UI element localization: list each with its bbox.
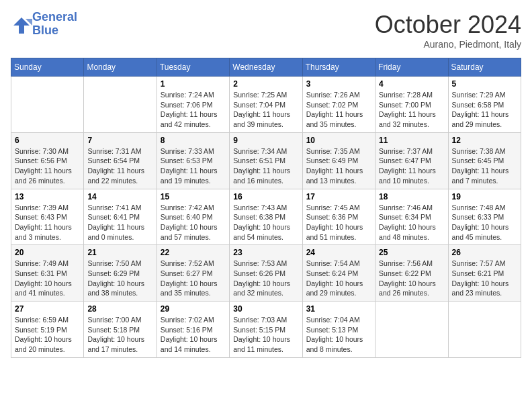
calendar-week-3: 13Sunrise: 7:39 AM Sunset: 6:43 PM Dayli…	[11, 189, 521, 245]
calendar-cell: 4Sunrise: 7:28 AM Sunset: 7:00 PM Daylig…	[375, 77, 448, 133]
calendar-table: SundayMondayTuesdayWednesdayThursdayFrid…	[11, 58, 521, 358]
calendar-cell: 28Sunrise: 7:00 AM Sunset: 5:18 PM Dayli…	[84, 302, 157, 358]
day-number: 27	[15, 304, 80, 314]
day-number: 18	[379, 192, 444, 201]
logo: General Blue	[11, 11, 77, 38]
calendar-cell	[448, 302, 521, 358]
calendar-week-2: 6Sunrise: 7:30 AM Sunset: 6:56 PM Daylig…	[11, 132, 521, 189]
day-info: Sunrise: 7:46 AM Sunset: 6:34 PM Dayligh…	[379, 203, 444, 242]
day-info: Sunrise: 7:33 AM Sunset: 6:53 PM Dayligh…	[161, 146, 226, 186]
calendar-cell: 20Sunrise: 7:49 AM Sunset: 6:31 PM Dayli…	[11, 245, 84, 302]
calendar-cell: 9Sunrise: 7:34 AM Sunset: 6:51 PM Daylig…	[230, 132, 302, 189]
day-number: 10	[306, 136, 371, 145]
day-number: 2	[233, 79, 298, 89]
day-info: Sunrise: 7:35 AM Sunset: 6:49 PM Dayligh…	[306, 146, 371, 186]
day-number: 11	[379, 136, 444, 145]
day-info: Sunrise: 7:02 AM Sunset: 5:16 PM Dayligh…	[161, 315, 226, 355]
day-info: Sunrise: 7:04 AM Sunset: 5:13 PM Dayligh…	[306, 315, 371, 355]
calendar-cell: 13Sunrise: 7:39 AM Sunset: 6:43 PM Dayli…	[11, 189, 84, 245]
day-number: 14	[87, 192, 152, 201]
day-info: Sunrise: 7:53 AM Sunset: 6:26 PM Dayligh…	[233, 259, 298, 298]
day-number: 23	[233, 248, 298, 257]
day-number: 15	[161, 192, 226, 201]
day-info: Sunrise: 7:25 AM Sunset: 7:04 PM Dayligh…	[233, 90, 298, 130]
day-info: Sunrise: 7:49 AM Sunset: 6:31 PM Dayligh…	[15, 259, 80, 298]
header-tuesday: Tuesday	[157, 58, 229, 77]
day-number: 5	[452, 79, 517, 89]
day-info: Sunrise: 7:50 AM Sunset: 6:29 PM Dayligh…	[87, 259, 152, 298]
day-info: Sunrise: 7:37 AM Sunset: 6:47 PM Dayligh…	[379, 146, 444, 186]
day-number: 8	[161, 136, 226, 145]
calendar-cell	[375, 302, 448, 358]
header-sunday: Sunday	[11, 58, 84, 77]
calendar-week-1: 1Sunrise: 7:24 AM Sunset: 7:06 PM Daylig…	[11, 77, 521, 133]
calendar-cell: 6Sunrise: 7:30 AM Sunset: 6:56 PM Daylig…	[11, 132, 84, 189]
calendar-cell: 26Sunrise: 7:57 AM Sunset: 6:21 PM Dayli…	[448, 245, 521, 302]
calendar-week-4: 20Sunrise: 7:49 AM Sunset: 6:31 PM Dayli…	[11, 245, 521, 302]
calendar-cell: 12Sunrise: 7:38 AM Sunset: 6:45 PM Dayli…	[448, 132, 521, 189]
day-number: 31	[306, 304, 371, 314]
calendar-cell	[84, 77, 157, 133]
calendar-cell: 22Sunrise: 7:52 AM Sunset: 6:27 PM Dayli…	[157, 245, 229, 302]
day-number: 16	[233, 192, 298, 201]
calendar-cell: 18Sunrise: 7:46 AM Sunset: 6:34 PM Dayli…	[375, 189, 448, 245]
day-number: 4	[379, 79, 444, 89]
day-info: Sunrise: 7:43 AM Sunset: 6:38 PM Dayligh…	[233, 203, 298, 242]
day-number: 13	[15, 192, 80, 201]
calendar-cell: 21Sunrise: 7:50 AM Sunset: 6:29 PM Dayli…	[84, 245, 157, 302]
calendar-cell: 11Sunrise: 7:37 AM Sunset: 6:47 PM Dayli…	[375, 132, 448, 189]
calendar-cell	[11, 77, 84, 133]
day-number: 20	[15, 248, 80, 257]
day-info: Sunrise: 7:54 AM Sunset: 6:24 PM Dayligh…	[306, 259, 371, 298]
logo-icon	[11, 15, 30, 34]
page-header: General Blue October 2024 Aurano, Piedmo…	[11, 11, 521, 50]
day-number: 1	[161, 79, 226, 89]
calendar-week-5: 27Sunrise: 6:59 AM Sunset: 5:19 PM Dayli…	[11, 302, 521, 358]
calendar-cell: 7Sunrise: 7:31 AM Sunset: 6:54 PM Daylig…	[84, 132, 157, 189]
location: Aurano, Piedmont, Italy	[375, 39, 521, 50]
calendar-header-row: SundayMondayTuesdayWednesdayThursdayFrid…	[11, 58, 521, 77]
day-number: 26	[452, 248, 517, 257]
calendar-cell: 1Sunrise: 7:24 AM Sunset: 7:06 PM Daylig…	[157, 77, 229, 133]
calendar-cell: 27Sunrise: 6:59 AM Sunset: 5:19 PM Dayli…	[11, 302, 84, 358]
day-number: 25	[379, 248, 444, 257]
day-info: Sunrise: 7:03 AM Sunset: 5:15 PM Dayligh…	[233, 315, 298, 355]
day-info: Sunrise: 7:31 AM Sunset: 6:54 PM Dayligh…	[87, 146, 152, 186]
day-info: Sunrise: 7:26 AM Sunset: 7:02 PM Dayligh…	[306, 90, 371, 130]
calendar-cell: 31Sunrise: 7:04 AM Sunset: 5:13 PM Dayli…	[302, 302, 375, 358]
logo-general: General	[32, 10, 77, 24]
day-number: 7	[87, 136, 152, 145]
day-info: Sunrise: 7:41 AM Sunset: 6:41 PM Dayligh…	[87, 203, 152, 242]
day-info: Sunrise: 7:57 AM Sunset: 6:21 PM Dayligh…	[452, 259, 517, 298]
calendar-cell: 17Sunrise: 7:45 AM Sunset: 6:36 PM Dayli…	[302, 189, 375, 245]
day-info: Sunrise: 7:39 AM Sunset: 6:43 PM Dayligh…	[15, 203, 80, 242]
day-number: 29	[161, 304, 226, 314]
day-number: 21	[87, 248, 152, 257]
calendar-cell: 15Sunrise: 7:42 AM Sunset: 6:40 PM Dayli…	[157, 189, 229, 245]
day-number: 19	[452, 192, 517, 201]
day-info: Sunrise: 7:38 AM Sunset: 6:45 PM Dayligh…	[452, 146, 517, 186]
day-number: 30	[233, 304, 298, 314]
calendar-cell: 23Sunrise: 7:53 AM Sunset: 6:26 PM Dayli…	[230, 245, 302, 302]
title-block: October 2024 Aurano, Piedmont, Italy	[375, 11, 521, 50]
calendar-cell: 29Sunrise: 7:02 AM Sunset: 5:16 PM Dayli…	[157, 302, 229, 358]
day-number: 17	[306, 192, 371, 201]
day-info: Sunrise: 7:24 AM Sunset: 7:06 PM Dayligh…	[161, 90, 226, 130]
day-info: Sunrise: 7:30 AM Sunset: 6:56 PM Dayligh…	[15, 146, 80, 186]
day-info: Sunrise: 7:00 AM Sunset: 5:18 PM Dayligh…	[87, 315, 152, 355]
day-number: 24	[306, 248, 371, 257]
month-title: October 2024	[375, 11, 521, 39]
day-number: 3	[306, 79, 371, 89]
header-saturday: Saturday	[448, 58, 521, 77]
calendar-cell: 16Sunrise: 7:43 AM Sunset: 6:38 PM Dayli…	[230, 189, 302, 245]
day-info: Sunrise: 7:48 AM Sunset: 6:33 PM Dayligh…	[452, 203, 517, 242]
header-monday: Monday	[84, 58, 157, 77]
header-thursday: Thursday	[302, 58, 375, 77]
day-info: Sunrise: 7:52 AM Sunset: 6:27 PM Dayligh…	[161, 259, 226, 298]
calendar-cell: 24Sunrise: 7:54 AM Sunset: 6:24 PM Dayli…	[302, 245, 375, 302]
day-info: Sunrise: 6:59 AM Sunset: 5:19 PM Dayligh…	[15, 315, 80, 355]
day-number: 6	[15, 136, 80, 145]
day-info: Sunrise: 7:28 AM Sunset: 7:00 PM Dayligh…	[379, 90, 444, 130]
calendar-cell: 10Sunrise: 7:35 AM Sunset: 6:49 PM Dayli…	[302, 132, 375, 189]
day-number: 12	[452, 136, 517, 145]
